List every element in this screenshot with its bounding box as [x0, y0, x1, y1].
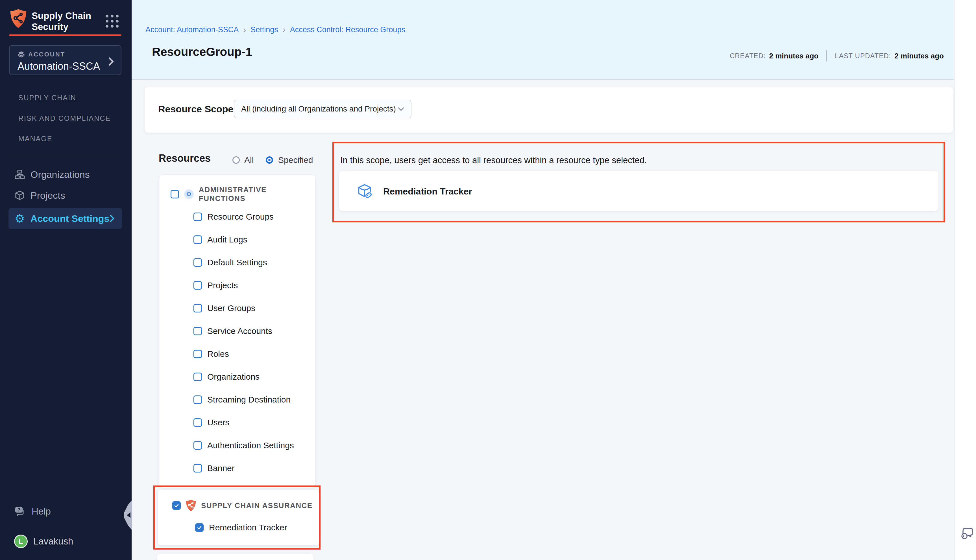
supply-chain-security-logo[interactable] — [9, 8, 27, 30]
radio-all-circle[interactable] — [232, 157, 240, 164]
created-label: CREATED: — [730, 52, 766, 60]
meta-divider — [826, 50, 827, 62]
avatar-initial: L — [18, 537, 23, 546]
check-icon — [197, 525, 202, 530]
checkbox-roles[interactable] — [194, 350, 202, 358]
checkbox-banner[interactable] — [194, 464, 202, 472]
help-label: Help — [32, 506, 51, 517]
page-title: ResourceGroup-1 — [152, 45, 252, 59]
scope-note: In this scope, users get access to all r… — [340, 155, 647, 165]
checkbox-row-banner[interactable]: Banner — [194, 463, 235, 473]
radio-all[interactable]: All — [232, 155, 254, 165]
checkbox-service-accounts[interactable] — [194, 327, 202, 335]
checkbox-row-default-settings[interactable]: Default Settings — [194, 257, 267, 268]
section-label: SUPPLY CHAIN ASSURANCE — [201, 501, 313, 510]
sidebar-divider — [9, 156, 122, 157]
radio-specified[interactable]: Specified — [266, 155, 313, 165]
sidebar-item-label: Projects — [30, 190, 65, 201]
item-label: Organizations — [207, 372, 260, 382]
chevron-right-icon — [110, 215, 115, 222]
resource-scope-label: Resource Scope — [158, 103, 233, 115]
checkbox-user-groups[interactable] — [194, 304, 202, 312]
checkbox-remediation-tracker[interactable] — [195, 523, 204, 532]
support-chat-icon[interactable] — [959, 526, 974, 541]
sidebar-item-projects[interactable]: Projects — [8, 185, 122, 205]
item-label: Authentication Settings — [207, 441, 294, 450]
checkbox-default-settings[interactable] — [194, 258, 202, 267]
breadcrumb-settings-link[interactable]: Settings — [250, 25, 278, 34]
account-name: Automation-SSCA — [18, 60, 114, 72]
help-chat-icon: ? — [15, 507, 26, 517]
checkbox-row-users[interactable]: Users — [194, 417, 229, 428]
checkbox-row-user-groups[interactable]: User Groups — [194, 303, 255, 313]
module-grid-icon[interactable] — [106, 15, 118, 28]
checkbox-supply-chain-assurance[interactable] — [172, 501, 181, 510]
item-label: Projects — [207, 280, 238, 290]
annotation-box-scope-detail: In this scope, users get access to all r… — [332, 142, 945, 222]
chevron-down-icon — [398, 107, 404, 111]
item-label: Roles — [207, 349, 229, 359]
item-label: Default Settings — [207, 258, 267, 267]
checkbox-authentication-settings[interactable] — [194, 441, 202, 450]
radio-specified-circle[interactable] — [266, 157, 273, 164]
item-label: Users — [207, 418, 229, 427]
item-label: Audit Logs — [207, 235, 247, 245]
resource-scope-card: Resource Scope All (including all Organi… — [145, 87, 953, 133]
user-name: Lavakush — [33, 536, 73, 547]
sidebar-section-risk-and-compliance[interactable]: RISK AND COMPLIANCE — [18, 114, 111, 122]
remediation-tracker-card[interactable]: Remediation Tracker — [339, 171, 938, 211]
breadcrumb-account-link[interactable]: Account: Automation-SSCA — [145, 25, 239, 34]
radio-specified-label: Specified — [278, 155, 313, 165]
checkbox-row-projects[interactable]: Projects — [194, 280, 238, 290]
user-menu[interactable]: L Lavakush — [8, 531, 122, 552]
avatar: L — [14, 535, 28, 548]
help-button[interactable]: ? Help — [8, 501, 122, 522]
checkbox-administrative-functions[interactable] — [170, 190, 179, 198]
resource-scope-dropdown[interactable]: All (including all Organizations and Pro… — [234, 100, 412, 118]
checkbox-row-administrative-functions[interactable]: ⚙ ADMINISTRATIVE FUNCTIONS — [170, 189, 315, 199]
checkbox-row-remediation-tracker[interactable]: Remediation Tracker — [195, 522, 287, 533]
checkbox-row-authentication-settings[interactable]: Authentication Settings — [194, 440, 294, 450]
checkbox-streaming-destination[interactable] — [194, 395, 202, 404]
last-updated-label: LAST UPDATED: — [835, 52, 891, 60]
checkbox-row-roles[interactable]: Roles — [194, 349, 229, 359]
breadcrumb-access-control-link[interactable]: Access Control: Resource Groups — [290, 25, 405, 34]
sidebar-item-account-settings[interactable]: ⚙ Account Settings — [8, 208, 122, 229]
sidebar-item-label: Account Settings — [30, 213, 110, 224]
sidebar-item-organizations[interactable]: Organizations — [8, 164, 122, 185]
checkbox-organizations[interactable] — [194, 373, 202, 381]
checkbox-row-supply-chain-assurance[interactable]: SUPPLY CHAIN ASSURANCE — [172, 500, 313, 511]
item-label: User Groups — [207, 303, 255, 313]
item-label: Streaming Destination — [207, 395, 290, 405]
checkbox-projects[interactable] — [194, 281, 202, 290]
breadcrumb-separator: › — [283, 25, 285, 35]
item-label: Resource Groups — [207, 212, 274, 222]
check-icon — [174, 503, 179, 508]
checkbox-row-resource-groups[interactable]: Resource Groups — [194, 212, 274, 222]
checkbox-resource-groups[interactable] — [194, 213, 202, 221]
sidebar-section-supply-chain[interactable]: SUPPLY CHAIN — [18, 94, 76, 102]
supply-chain-assurance-card: SUPPLY CHAIN ASSURANCE Remediation Track… — [158, 490, 319, 545]
checkbox-row-service-accounts[interactable]: Service Accounts — [194, 326, 272, 336]
breadcrumb-separator: › — [243, 25, 246, 35]
last-updated-value: 2 minutes ago — [894, 52, 944, 60]
org-chart-icon — [15, 169, 25, 180]
checkbox-audit-logs[interactable] — [194, 235, 202, 244]
account-selector[interactable]: ACCOUNT Automation-SSCA — [9, 45, 122, 75]
scs-shield-icon — [185, 499, 197, 512]
resource-type-name: Remediation Tracker — [383, 186, 472, 197]
sidebar-section-manage[interactable]: MANAGE — [18, 135, 52, 143]
checkbox-row-audit-logs[interactable]: Audit Logs — [194, 235, 247, 245]
created-value: 2 minutes ago — [769, 52, 819, 60]
product-title: Supply Chain Security — [32, 10, 91, 32]
item-label: Banner — [207, 463, 235, 473]
checkbox-row-organizations[interactable]: Organizations — [194, 372, 260, 382]
layers-icon — [18, 51, 25, 58]
checkbox-row-streaming-destination[interactable]: Streaming Destination — [194, 395, 290, 405]
page-header — [132, 0, 954, 80]
gear-icon: ⚙ — [15, 213, 25, 224]
resources-title: Resources — [159, 152, 211, 164]
next-section-card — [157, 554, 314, 560]
checkbox-users[interactable] — [194, 418, 202, 427]
administrative-functions-card: ⚙ ADMINISTRATIVE FUNCTIONS Resource Grou… — [159, 175, 315, 488]
